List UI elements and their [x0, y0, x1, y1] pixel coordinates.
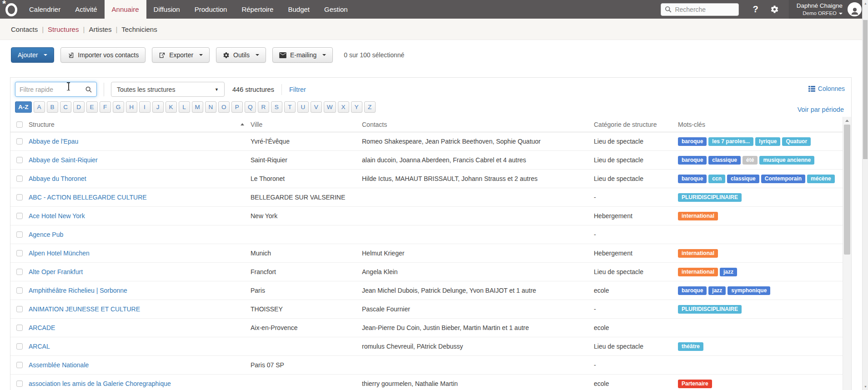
tools-button[interactable]: Outils	[216, 47, 266, 63]
tag-theatre[interactable]: théâtre	[678, 342, 703, 351]
global-search[interactable]	[661, 3, 739, 16]
tag-mecene[interactable]: mécène	[807, 175, 835, 183]
table-scrollbar[interactable]	[843, 117, 851, 390]
structure-link[interactable]: Abbaye de l'Epau	[29, 138, 78, 145]
row-checkbox[interactable]	[16, 157, 23, 163]
row-checkbox[interactable]	[16, 325, 23, 331]
scrollbar-thumb[interactable]	[863, 20, 868, 159]
row-checkbox[interactable]	[16, 269, 23, 275]
alpha-filter-a[interactable]: A	[34, 101, 45, 113]
tag-baroque[interactable]: baroque	[678, 286, 707, 295]
row-checkbox[interactable]	[16, 250, 23, 256]
tag-pluridisciplinaire[interactable]: PLURIDISCIPLINAIRE	[678, 305, 742, 314]
search-icon[interactable]	[85, 86, 92, 93]
alpha-filter-z[interactable]: Z	[364, 101, 376, 113]
header-categorie[interactable]: Catégorie de structure	[594, 121, 678, 128]
header-contacts[interactable]: Contacts	[362, 121, 594, 128]
tag-ete[interactable]: été	[743, 156, 758, 165]
row-checkbox[interactable]	[16, 231, 23, 238]
structure-link[interactable]: association les amis de la Galerie Chore…	[29, 380, 171, 387]
import-contacts-button[interactable]: Importer vos contacts	[60, 47, 146, 63]
header-mots-cles[interactable]: Mots-clés	[678, 121, 843, 128]
alpha-filter-w[interactable]: W	[324, 101, 336, 113]
alpha-filter-o[interactable]: O	[218, 101, 230, 113]
nav-item-budget[interactable]: Budget	[281, 0, 317, 19]
nav-item-gestion[interactable]: Gestion	[317, 0, 355, 19]
tag-baroque[interactable]: baroque	[678, 137, 707, 146]
structure-type-select[interactable]: Toutes les structures ▼	[111, 82, 225, 97]
tag-international[interactable]: international	[678, 268, 718, 276]
nav-item-activite[interactable]: Activité	[68, 0, 104, 19]
row-checkbox[interactable]	[16, 213, 23, 219]
subnav-item-structures[interactable]: Structures	[48, 25, 79, 33]
help-button[interactable]: ?	[753, 4, 758, 15]
nav-item-annuaire[interactable]: Annuaire	[105, 0, 146, 19]
structure-link[interactable]: ANIMATION JEUNESSE ET CULTURE	[29, 305, 140, 313]
tag-quatuor[interactable]: Quatuor	[782, 137, 811, 146]
alpha-filter-f[interactable]: F	[100, 101, 111, 113]
alpha-filter-s[interactable]: S	[271, 101, 282, 113]
structure-link[interactable]: Alpen Hotel München	[29, 250, 90, 257]
tag-baroque[interactable]: baroque	[678, 156, 707, 165]
row-checkbox[interactable]	[16, 194, 23, 200]
add-button[interactable]: Ajouter	[11, 47, 54, 63]
nav-item-repertoire[interactable]: Répertoire	[234, 0, 281, 19]
structure-link[interactable]: Agence Pub	[29, 231, 63, 238]
alpha-filter-u[interactable]: U	[297, 101, 309, 113]
alpha-filter-r[interactable]: R	[258, 101, 269, 113]
alpha-filter-e[interactable]: E	[86, 101, 98, 113]
alpha-filter-n[interactable]: N	[205, 101, 216, 113]
tag-contemporain[interactable]: Contemporain	[761, 175, 805, 183]
row-checkbox[interactable]	[16, 380, 23, 387]
subnav-item-artistes[interactable]: Artistes	[89, 25, 111, 33]
row-checkbox[interactable]	[16, 287, 23, 294]
tag-baroque[interactable]: baroque	[678, 175, 707, 183]
quick-filter[interactable]	[15, 82, 97, 97]
structure-link[interactable]: Amphithéâtre Richelieu | Sorbonne	[29, 287, 127, 294]
header-structure[interactable]: Structure	[29, 121, 251, 128]
alpha-filter-q[interactable]: Q	[245, 101, 256, 113]
nav-item-calendrier[interactable]: Calendrier	[22, 0, 68, 19]
emailing-button[interactable]: E-mailing	[272, 47, 333, 63]
avatar[interactable]	[848, 2, 862, 16]
alpha-filter-h[interactable]: H	[126, 101, 137, 113]
structure-link[interactable]: Abbaye de Saint-Riquier	[29, 156, 98, 164]
view-by-period-link[interactable]: Voir par période	[798, 106, 844, 113]
structure-link[interactable]: ARCADE	[29, 324, 55, 331]
scroll-up-icon[interactable]: ▲	[864, 2, 867, 5]
structure-link[interactable]: ABC - ACTION BELLEGARDE CULTURE	[29, 194, 147, 201]
settings-gear-icon[interactable]	[770, 5, 779, 14]
global-search-input[interactable]	[675, 6, 734, 13]
columns-button[interactable]: Colonnes	[808, 85, 845, 92]
alpha-filter-b[interactable]: B	[47, 101, 58, 113]
tag-partenaire[interactable]: Partenaire	[678, 380, 712, 388]
alpha-filter-i[interactable]: I	[139, 101, 151, 113]
structure-link[interactable]: Assemblée Nationale	[29, 361, 89, 369]
row-checkbox[interactable]	[16, 306, 23, 312]
tag-pluridisciplinaire[interactable]: PLURIDISCIPLINAIRE	[678, 193, 742, 202]
alpha-filter-a-z[interactable]: A-Z	[15, 101, 32, 113]
tag-lyrique[interactable]: lyrique	[755, 137, 780, 146]
alpha-filter-j[interactable]: J	[152, 101, 164, 113]
subnav-item-techniciens[interactable]: Techniciens	[121, 25, 157, 33]
page-scrollbar[interactable]: ▲ ▼	[862, 0, 868, 390]
alpha-filter-v[interactable]: V	[311, 101, 322, 113]
tag-international[interactable]: international	[678, 212, 718, 220]
tag-symphonique[interactable]: symphonique	[728, 286, 770, 295]
alpha-filter-g[interactable]: G	[113, 101, 124, 113]
structure-link[interactable]: ARCAL	[29, 343, 50, 350]
nav-item-diffusion[interactable]: Diffusion	[146, 0, 187, 19]
tag-international[interactable]: international	[678, 249, 718, 258]
alpha-filter-d[interactable]: D	[73, 101, 85, 113]
alpha-filter-p[interactable]: P	[231, 101, 243, 113]
row-checkbox[interactable]	[16, 175, 23, 182]
subnav-item-contacts[interactable]: Contacts	[11, 25, 38, 33]
alpha-filter-x[interactable]: X	[338, 101, 349, 113]
structure-link[interactable]: Alte Oper Frankfurt	[29, 268, 83, 275]
tag-les-7-paroles[interactable]: les 7 paroles...	[708, 137, 753, 146]
alpha-filter-t[interactable]: T	[284, 101, 296, 113]
tag-classique[interactable]: classique	[708, 156, 741, 165]
alpha-filter-m[interactable]: M	[192, 101, 203, 113]
tag-jazz[interactable]: jazz	[708, 286, 726, 295]
scrollbar-thumb[interactable]	[844, 125, 850, 255]
